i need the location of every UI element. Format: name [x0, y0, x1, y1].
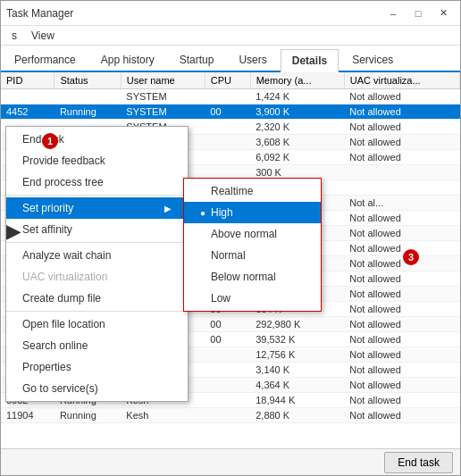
tab-apphistory[interactable]: App history	[89, 47, 166, 71]
priority-low[interactable]: Low	[184, 288, 321, 309]
priority-high[interactable]: ● High	[184, 202, 321, 223]
menu-item-file[interactable]: s	[4, 28, 24, 43]
badge-1: 1	[42, 133, 58, 149]
priority-above-normal-label: Above normal	[211, 228, 277, 240]
col-status[interactable]: Status	[54, 72, 121, 89]
window-title: Task Manager	[6, 7, 73, 20]
ctx-sep-1	[6, 195, 188, 196]
col-username[interactable]: User name	[121, 72, 205, 89]
ctx-set-priority-label: Set priority	[22, 202, 73, 214]
tab-performance[interactable]: Performance	[3, 47, 88, 71]
tab-startup[interactable]: Startup	[168, 47, 226, 71]
priority-low-label: Low	[211, 292, 230, 305]
title-bar: Task Manager – □ ✕	[1, 1, 460, 26]
priority-below-normal-label: Below normal	[211, 271, 276, 283]
priority-realtime[interactable]: Realtime	[184, 180, 321, 202]
context-menu: End task Provide feedback End process tr…	[5, 126, 189, 402]
priority-below-normal[interactable]: Below normal	[184, 266, 321, 288]
table-row[interactable]: 11904RunningKesh2,880 KNot allowed	[1, 408, 460, 423]
ctx-set-priority[interactable]: Set priority ▶	[6, 197, 188, 219]
priority-normal[interactable]: Normal	[184, 245, 321, 266]
tab-bar: Performance App history Startup Users De…	[1, 46, 460, 72]
status-bar: End task	[1, 448, 460, 475]
title-controls: – □ ✕	[381, 4, 455, 22]
maximize-button[interactable]: □	[407, 4, 430, 22]
ctx-uac-virtualization: UAC virtualization	[6, 266, 188, 288]
priority-normal-label: Normal	[211, 249, 246, 262]
menu-bar: s View	[1, 26, 460, 46]
ctx-sep-3	[6, 311, 188, 312]
col-memory[interactable]: Memory (a...	[250, 72, 344, 89]
ctx-provide-feedback[interactable]: Provide feedback	[6, 150, 188, 171]
ctx-properties[interactable]: Properties	[6, 356, 188, 378]
content-area: PID Status User name CPU Memory (a... UA…	[1, 72, 460, 448]
table-row[interactable]: 4452RunningSYSTEM003,900 KNot allowed	[1, 104, 460, 120]
arrow-indicator: ▶	[6, 221, 20, 242]
ctx-end-process-tree[interactable]: End process tree	[6, 171, 188, 193]
bullet-high: ●	[200, 208, 211, 218]
badge-3: 3	[403, 249, 419, 265]
col-uac[interactable]: UAC virtualiza...	[344, 72, 459, 89]
priority-above-normal[interactable]: Above normal	[184, 223, 321, 245]
ctx-end-task[interactable]: End task	[6, 129, 188, 150]
ctx-open-file[interactable]: Open file location	[6, 313, 188, 335]
table-row[interactable]: SYSTEM1,424 KNot allowed	[1, 89, 460, 104]
tab-details[interactable]: Details	[281, 49, 339, 72]
end-task-button[interactable]: End task	[384, 452, 453, 473]
ctx-go-to-service[interactable]: Go to service(s)	[6, 378, 188, 399]
priority-high-label: High	[211, 206, 233, 219]
col-cpu[interactable]: CPU	[205, 72, 250, 89]
priority-realtime-label: Realtime	[211, 185, 253, 197]
task-manager-window: Task Manager – □ ✕ s View Performance Ap…	[0, 0, 461, 476]
ctx-analyze-wait[interactable]: Analyze wait chain	[6, 245, 188, 266]
ctx-arrow-priority: ▶	[164, 204, 172, 213]
ctx-search-online[interactable]: Search online	[6, 335, 188, 356]
tab-services[interactable]: Services	[340, 47, 405, 71]
col-pid[interactable]: PID	[1, 72, 54, 89]
ctx-set-affinity[interactable]: Set affinity	[6, 219, 188, 240]
ctx-sep-2	[6, 242, 188, 243]
priority-sub-menu: Realtime ● High Above normal Normal Belo…	[183, 178, 322, 312]
close-button[interactable]: ✕	[432, 4, 455, 22]
tab-users[interactable]: Users	[227, 47, 278, 71]
menu-item-view[interactable]: View	[24, 28, 62, 43]
minimize-button[interactable]: –	[381, 4, 405, 22]
ctx-create-dump[interactable]: Create dump file	[6, 288, 188, 309]
